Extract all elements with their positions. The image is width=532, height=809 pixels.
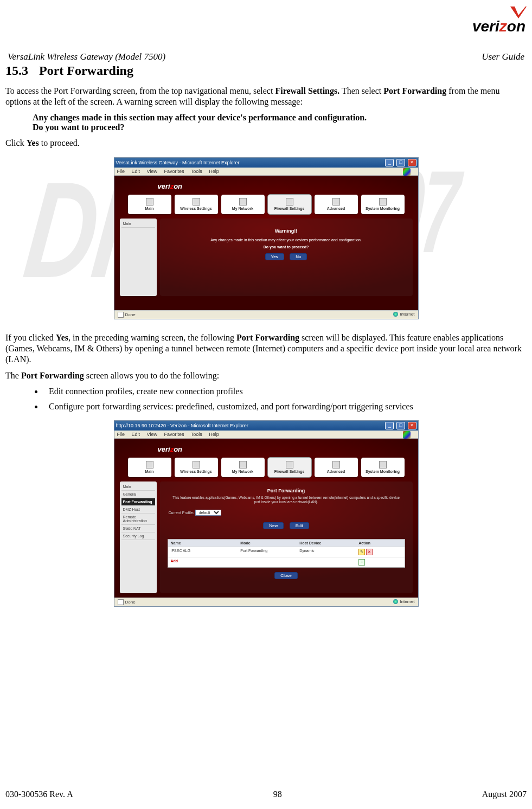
minimize-icon: _ [385, 422, 394, 429]
nav-advanced: Advanced [315, 195, 358, 214]
cell-name: IPSEC ALG [168, 547, 238, 557]
home-icon [146, 461, 153, 468]
sidebar-item-remote-admin: Remote Administration [121, 513, 155, 525]
th-mode: Mode [238, 540, 297, 547]
maximize-icon: □ [396, 159, 405, 166]
ie-flag-icon [403, 168, 411, 176]
cell-mode: Port Forwarding [238, 547, 297, 557]
th-name: Name [168, 540, 238, 547]
app-brand: verizon [114, 439, 418, 458]
cell-host: Dynamic [297, 547, 356, 557]
nav-advanced: Advanced [315, 458, 358, 477]
nav-wireless: Wireless Settings [175, 195, 218, 214]
footer-left: 030-300536 Rev. A [5, 789, 73, 799]
home-icon [146, 198, 153, 206]
sidebar-item-main: Main [121, 483, 155, 491]
header-left: VersaLink Wireless Gateway (Model 7500) [8, 52, 165, 62]
warning-text: Any changes made in this section may aff… [164, 238, 408, 242]
nav-monitoring: System Monitoring [361, 195, 405, 214]
header-right: User Guide [482, 52, 524, 62]
after-warning-paragraph: If you clicked Yes, in the preceding war… [5, 332, 524, 365]
table-row: IPSEC ALG Port Forwarding Dynamic ✎✕ [168, 547, 405, 557]
intro-paragraph: To access the Port Forwarding screen, fr… [5, 86, 524, 107]
page-icon [118, 312, 124, 318]
top-nav: Main Wireless Settings My Network Firewa… [114, 195, 418, 219]
feature-list: Edit connection profiles, create new con… [22, 387, 527, 412]
nav-firewall: Firewall Settings [268, 458, 311, 477]
profile-row: Current Profile: default [164, 508, 408, 518]
verizon-logo: verizon [445, 5, 527, 37]
network-icon [239, 461, 247, 468]
yes-button: Yes [265, 253, 284, 260]
warning-title: Warning!! [164, 228, 408, 234]
add-link: Add [168, 557, 238, 567]
window-titlebar: VersaLink Wireless Gateway - Microsoft I… [114, 158, 418, 168]
list-item: Edit connection profiles, create new con… [43, 387, 527, 396]
warning-panel: Warning!! Any changes made in this secti… [160, 219, 413, 296]
status-bar: Done Internet [114, 598, 418, 606]
new-button: New [263, 522, 284, 529]
allows-paragraph: The Port Forwarding screen allows you to… [5, 370, 524, 381]
close-icon: × [408, 159, 416, 166]
th-host: Host Device [297, 540, 356, 547]
th-action: Action [356, 540, 404, 547]
page-icon [118, 599, 124, 605]
section-heading: 15.3 Port Forwarding [5, 63, 527, 78]
globe-icon [393, 312, 398, 317]
sidebar-item-security-log: Security Log [121, 532, 155, 540]
status-bar: Done Internet [114, 310, 418, 319]
add-icon: + [358, 559, 365, 566]
section-title: Port Forwarding [39, 63, 133, 78]
browser-menubar: File Edit View Favorites Tools Help [114, 168, 418, 176]
port-forwarding-panel: Port Forwarding This feature enables app… [160, 481, 413, 593]
network-icon [239, 198, 247, 206]
gear-icon [332, 461, 340, 468]
nav-main: Main [128, 458, 171, 477]
maximize-icon: □ [396, 422, 405, 429]
wifi-icon [193, 198, 200, 206]
profile-label: Current Profile: [169, 511, 194, 515]
nav-main: Main [128, 195, 171, 214]
warning-question: Do you want to proceed? [164, 245, 408, 249]
wifi-icon [193, 461, 200, 468]
footer-right: August 2007 [482, 789, 527, 799]
sidebar-item-static-nat: Static NAT [121, 525, 155, 532]
nav-network: My Network [221, 458, 265, 477]
top-nav: Main Wireless Settings My Network Firewa… [114, 458, 418, 481]
nav-firewall: Firewall Settings [268, 195, 311, 214]
window-title: http://10.16.90.10:2420 - Verizon - Micr… [116, 423, 248, 428]
cell-action: ✎✕ [356, 547, 404, 557]
sidebar: Main [120, 219, 157, 296]
monitor-icon [379, 198, 387, 206]
minimize-icon: _ [385, 159, 394, 166]
edit-icon: ✎ [358, 549, 365, 555]
panel-description: This feature enables applications(Games,… [170, 496, 403, 504]
browser-menubar: File Edit View Favorites Tools Help [114, 431, 418, 439]
svg-text:verizon: verizon [472, 18, 525, 35]
firewall-icon [286, 461, 293, 468]
sidebar-item-general: General [121, 491, 155, 498]
gear-icon [332, 198, 340, 206]
nav-wireless: Wireless Settings [175, 458, 218, 477]
delete-icon: ✕ [366, 549, 373, 555]
cell-action: + [356, 557, 404, 567]
window-titlebar: http://10.16.90.10:2420 - Verizon - Micr… [114, 421, 418, 431]
window-title: VersaLink Wireless Gateway - Microsoft I… [116, 160, 240, 165]
footer-center: 98 [273, 789, 282, 799]
close-icon: × [408, 422, 416, 429]
nav-monitoring: System Monitoring [361, 458, 405, 477]
globe-icon [393, 599, 398, 604]
section-number: 15.3 [5, 63, 36, 78]
forwarding-table: Name Mode Host Device Action IPSEC ALG P… [168, 539, 405, 568]
close-button: Close [274, 572, 297, 579]
firewall-icon [286, 198, 293, 206]
page-footer: 030-300536 Rev. A 98 August 2007 [5, 789, 527, 799]
nav-network: My Network [221, 195, 265, 214]
profile-select: default [195, 510, 221, 516]
click-yes-paragraph: Click Yes to proceed. [5, 138, 524, 149]
app-brand: verizon [114, 176, 418, 195]
warning-screenshot: VersaLink Wireless Gateway - Microsoft I… [114, 157, 419, 319]
ie-flag-icon [403, 431, 411, 439]
sidebar-item-main: Main [121, 220, 155, 228]
monitor-icon [379, 461, 387, 468]
